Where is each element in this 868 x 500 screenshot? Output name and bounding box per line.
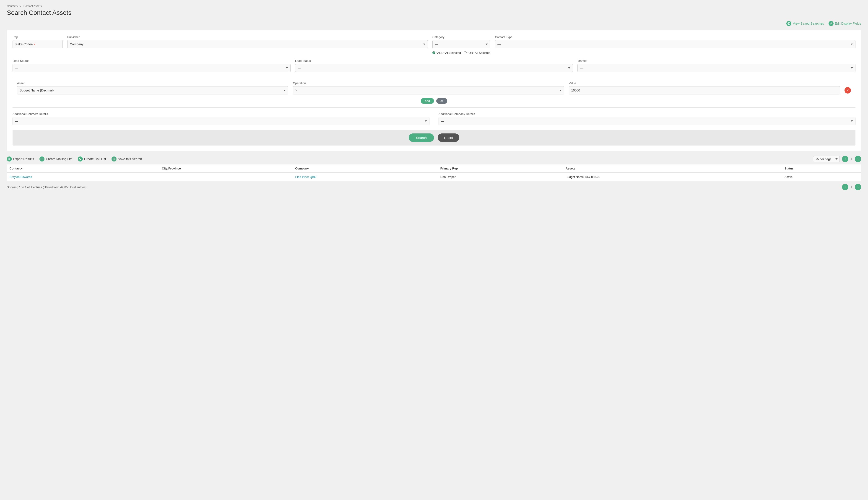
cell-contact[interactable]: Braylon Edwards (7, 173, 159, 181)
create-mailing-list-label: Create Mailing List (46, 157, 72, 161)
edit-display-fields-label: Edit Display Fields (835, 22, 861, 25)
mailing-list-icon (39, 157, 45, 161)
create-mailing-list-button[interactable]: Create Mailing List (39, 157, 72, 161)
lead-status-select[interactable]: — (295, 64, 573, 72)
additional-row: Additional Contacts Details — Additional… (13, 112, 855, 125)
category-label: Category (432, 35, 491, 39)
results-table: Contact City/Province Company Primary Re… (7, 164, 861, 181)
additional-contacts-group: Additional Contacts Details — (13, 112, 430, 125)
results-right: 25 per page 50 per page 100 per page ‹ 1… (813, 156, 861, 162)
search-button[interactable]: Search (409, 134, 434, 142)
asset-label: Asset (17, 81, 288, 85)
form-row-1: Rep Blake Coffee × Publisher Company Ind… (13, 35, 855, 55)
value-input[interactable] (569, 86, 840, 94)
operation-label: Operation (293, 81, 564, 85)
rep-remove-icon[interactable]: × (34, 43, 36, 46)
category-arrow-icon (486, 44, 488, 45)
pagination-next-button[interactable]: › (855, 156, 861, 162)
contact-link[interactable]: Braylon Edwards (10, 175, 32, 179)
save-search-button[interactable]: Save this Search (112, 157, 142, 161)
category-value: — (435, 43, 438, 46)
breadcrumb-current: Contact Assets (23, 4, 42, 8)
create-call-list-button[interactable]: Create Call List (78, 157, 106, 161)
svg-rect-2 (9, 159, 10, 159)
divider-1 (13, 77, 855, 77)
or-button[interactable]: or (436, 98, 447, 104)
asset-group: Asset Budget Name (Decimal) Budget Name … (17, 81, 288, 94)
contact-type-select[interactable]: — (495, 40, 855, 48)
edit-display-fields-button[interactable]: Edit Display Fields (829, 21, 861, 26)
rep-label: Rep (13, 35, 63, 39)
and-button[interactable]: and (421, 98, 434, 104)
category-radio-group: "AND" All Selected "OR" All Selected (432, 51, 491, 55)
rep-group: Rep Blake Coffee × (13, 35, 63, 48)
additional-company-group: Additional Company Details — (438, 112, 855, 125)
col-assets: Assets (563, 164, 782, 173)
export-results-label: Export Results (13, 157, 34, 161)
contact-type-group: Contact Type — (495, 35, 855, 48)
category-group: Category — "AND" All Selected "OR" All S… (432, 35, 491, 55)
company-link[interactable]: Pied Piper QBO (295, 175, 317, 179)
save-search-icon (112, 157, 116, 161)
market-label: Market (578, 59, 855, 62)
col-contact[interactable]: Contact (7, 164, 159, 173)
col-company: Company (293, 164, 438, 173)
search-bar: Search Reset (13, 130, 855, 146)
table-header-row: Contact City/Province Company Primary Re… (7, 164, 861, 173)
additional-company-select[interactable]: — (438, 117, 855, 125)
rep-input-wrapper[interactable]: Blake Coffee × (13, 40, 63, 48)
asset-select[interactable]: Budget Name (Decimal) Budget Name Revenu… (17, 86, 288, 94)
col-status: Status (782, 164, 861, 173)
cell-company[interactable]: Pied Piper QBO (293, 173, 438, 181)
svg-rect-4 (41, 158, 43, 160)
pagination-prev-button[interactable]: ‹ (842, 156, 848, 162)
footer-pagination-next-button[interactable]: › (855, 184, 861, 190)
col-city: City/Province (159, 164, 293, 173)
lead-status-label: Lead Status (295, 59, 573, 62)
cell-primary-rep: Don Draper (438, 173, 563, 181)
market-group: Market — (578, 59, 855, 72)
category-and-radio[interactable] (432, 51, 435, 54)
save-search-label: Save this Search (118, 157, 142, 161)
footer-row: Showing 1 to 1 of 1 entries (filtered fr… (7, 184, 861, 190)
col-primary-rep: Primary Rep (438, 164, 563, 173)
view-saved-searches-button[interactable]: View Saved Searches (786, 21, 824, 26)
svg-point-7 (114, 159, 114, 160)
export-results-button[interactable]: Export Results (7, 157, 34, 161)
page-number: 1 (851, 157, 853, 161)
breadcrumb-separator: » (19, 4, 21, 8)
page-title: Search Contact Assets (7, 9, 861, 16)
additional-contacts-select[interactable]: — (13, 117, 430, 125)
lead-source-select[interactable]: — (13, 64, 290, 72)
logic-buttons: and or (17, 98, 851, 104)
category-or-radio[interactable] (464, 51, 467, 54)
lead-source-group: Lead Source — (13, 59, 290, 72)
reset-button[interactable]: Reset (438, 134, 459, 142)
table-header: Contact City/Province Company Primary Re… (7, 164, 861, 173)
contact-type-label: Contact Type (495, 35, 855, 39)
footer-pagination: ‹ 1 › (842, 184, 861, 190)
category-select[interactable]: — (432, 40, 491, 48)
category-and-label[interactable]: "AND" All Selected (432, 51, 461, 55)
top-actions: View Saved Searches Edit Display Fields (7, 21, 861, 26)
results-actions: Export Results Create Mailing List Cr (7, 156, 861, 162)
value-label: Value (569, 81, 840, 85)
divider-2 (13, 107, 855, 108)
rep-value: Blake Coffee (15, 43, 33, 46)
edit-display-fields-icon (829, 21, 834, 26)
breadcrumb-parent[interactable]: Contacts (7, 4, 18, 8)
search-panel: Rep Blake Coffee × Publisher Company Ind… (7, 30, 861, 151)
per-page-select[interactable]: 25 per page 50 per page 100 per page (813, 156, 840, 162)
asset-section: Asset Budget Name (Decimal) Budget Name … (13, 81, 855, 104)
publisher-select[interactable]: Company Individual — (67, 40, 428, 48)
asset-row: Asset Budget Name (Decimal) Budget Name … (17, 81, 851, 94)
market-select[interactable]: — (578, 64, 855, 72)
remove-asset-button[interactable]: × (845, 87, 851, 93)
svg-rect-1 (9, 158, 10, 159)
view-saved-searches-icon (786, 21, 791, 26)
footer-pagination-prev-button[interactable]: ‹ (842, 184, 848, 190)
operation-select[interactable]: > < = >= <= != (293, 86, 564, 94)
category-or-label[interactable]: "OR" All Selected (464, 51, 490, 55)
cell-assets: Budget Name: 567,888.00 (563, 173, 782, 181)
value-group: Value (569, 81, 840, 94)
